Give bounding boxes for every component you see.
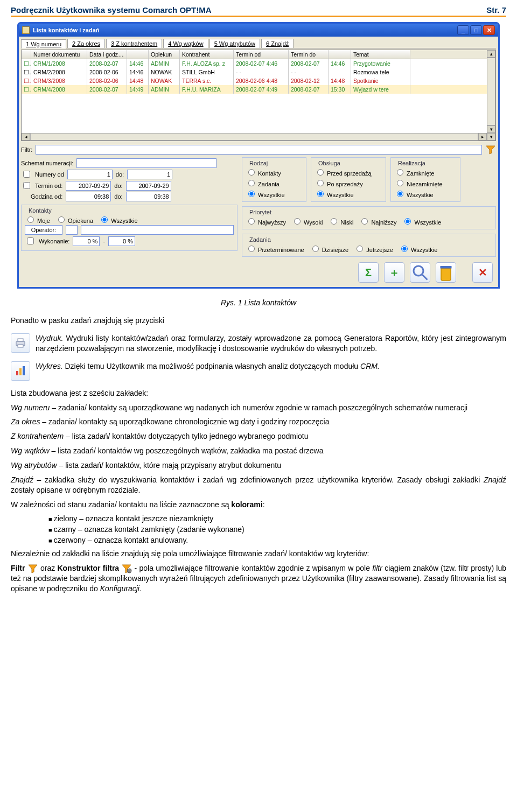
time-to[interactable] xyxy=(126,192,171,201)
doc-title: Podręcznik Użytkownika systemu Comarch O… xyxy=(11,5,212,15)
paragraph: Filtr oraz Konstruktor filtra - pola umo… xyxy=(11,563,506,594)
svg-rect-8 xyxy=(23,366,25,375)
search-button[interactable] xyxy=(410,262,430,283)
tab-wg-watkow[interactable]: 4 Wg wątków xyxy=(163,39,208,48)
paragraph: Za okres – zadania/ kontakty są uporządk… xyxy=(11,417,506,427)
operator-button[interactable]: Operator: xyxy=(25,225,62,235)
numery-checkbox[interactable] xyxy=(23,171,30,178)
num-to[interactable] xyxy=(127,170,172,179)
schema-label: Schemat numeracji: xyxy=(21,160,73,166)
zadania-group: Zadania xyxy=(248,236,273,243)
zad-przeterm[interactable] xyxy=(248,246,255,252)
grid-body: ☐CRM/1/20082008-02-0714:46ADMINF.H. ALOZ… xyxy=(22,59,495,133)
printer-icon xyxy=(11,333,30,353)
data-grid[interactable]: Numer dokumentu Data i godzina Opiekun K… xyxy=(21,50,496,141)
svg-rect-4 xyxy=(18,339,23,341)
tab-znajdz[interactable]: 6 Znajdź xyxy=(261,39,294,48)
wykonanie-checkbox[interactable] xyxy=(27,237,34,244)
kontakty-group: Kontakty xyxy=(27,207,53,214)
time-from[interactable] xyxy=(66,192,111,201)
svg-point-0 xyxy=(414,266,423,276)
pri-wysoki[interactable] xyxy=(294,218,301,225)
funnel-icon[interactable] xyxy=(485,144,496,155)
realizacja-wszystkie[interactable] xyxy=(397,191,403,197)
schema-combo[interactable] xyxy=(76,158,216,168)
page-number: Str. 7 xyxy=(486,5,506,15)
rodzaj-kontakty[interactable] xyxy=(248,169,255,176)
realizacja-group: Realizacja xyxy=(396,160,427,166)
operator-value[interactable] xyxy=(81,225,234,235)
color-list: zielony – oznacza kontakt jeszcze niezam… xyxy=(11,514,506,544)
maximize-button[interactable]: □ xyxy=(470,25,482,35)
tabs-row: 1 Wg numeru 2 Za okres 3 Z kontrahentem … xyxy=(21,39,496,48)
svg-rect-2 xyxy=(441,266,452,269)
paragraph: Wg atrybutów – lista zadań/ kontaktów, k… xyxy=(11,460,506,471)
priorytet-group: Priorytet xyxy=(248,209,273,215)
tab-za-okres[interactable]: 2 Za okres xyxy=(67,39,105,48)
realizacja-zamkniete[interactable] xyxy=(397,169,403,176)
grid-header: Numer dokumentu Data i godzina Opiekun K… xyxy=(22,50,495,59)
pri-najnizszy[interactable] xyxy=(361,218,368,225)
paragraph: Lista zbudowana jest z sześciu zakładek: xyxy=(11,388,506,398)
zad-jutrzejsze[interactable] xyxy=(357,246,363,252)
pri-niski[interactable] xyxy=(331,218,337,225)
figure-caption: Rys. 1 Lista kontaktów xyxy=(11,298,506,307)
zad-wszystkie[interactable] xyxy=(401,246,408,252)
h-scrollbar[interactable]: ◂▸▾ xyxy=(22,133,495,141)
chart-icon xyxy=(11,361,30,381)
header-rule xyxy=(11,16,506,17)
paragraph: Z kontrahentem – lista zadań/ kontaktów … xyxy=(11,431,506,442)
tab-wg-atrybutow[interactable]: 5 Wg atrybutów xyxy=(209,39,260,48)
paragraph: Wg numeru – zadania/ kontakty są uporząd… xyxy=(11,403,506,413)
filter-input[interactable] xyxy=(36,145,482,155)
kontakty-wszystkie[interactable] xyxy=(101,216,108,223)
termin-checkbox[interactable] xyxy=(23,182,30,189)
num-from[interactable] xyxy=(67,170,113,179)
kontakty-moje[interactable] xyxy=(27,216,34,223)
table-row[interactable]: ☐CRM/2/20082008-02-0614:46NOWAKSTILL Gmb… xyxy=(22,68,495,76)
v-scrollbar[interactable]: ▴▾ xyxy=(487,50,495,133)
add-button[interactable]: ＋ xyxy=(384,262,404,283)
wyk-to[interactable] xyxy=(108,236,135,246)
date-to[interactable] xyxy=(126,181,171,191)
table-row[interactable]: ☐CRM/3/20082008-02-0614:48NOWAKTERRA s.c… xyxy=(22,76,495,85)
pri-wszystkie[interactable] xyxy=(404,218,411,225)
date-from[interactable] xyxy=(66,181,111,191)
rodzaj-zadania[interactable] xyxy=(248,180,255,186)
delete-button[interactable]: ✕ xyxy=(472,262,493,283)
titlebar: Lista kontaktów i zadań _ □ ✕ xyxy=(19,24,498,37)
list-item: czerwony – oznacza kontakt anulowany. xyxy=(48,536,506,544)
table-row[interactable]: ☐CRM/4/20082008-02-0714:49ADMINF.H.U. MA… xyxy=(22,85,495,94)
paragraph: Wg wątków – lista zadań/ kontaktów wg po… xyxy=(11,446,506,456)
wykres-paragraph: Wykres. Dzięki temu Użytkownik ma możliw… xyxy=(36,361,380,372)
table-row[interactable]: ☐CRM/1/20082008-02-0714:46ADMINF.H. ALOZ… xyxy=(22,59,495,68)
trash-button[interactable] xyxy=(436,262,456,283)
paragraph: W zależności od stanu zadania/ kontaktu … xyxy=(11,500,506,510)
list-item: zielony – oznacza kontakt jeszcze niezam… xyxy=(48,514,506,523)
rodzaj-group: Rodzaj xyxy=(248,160,269,166)
obsluga-po[interactable] xyxy=(317,180,324,186)
funnel-icon xyxy=(27,563,38,573)
operator-picker[interactable] xyxy=(66,225,78,235)
tab-wg-numeru[interactable]: 1 Wg numeru xyxy=(21,39,66,48)
filter-label: Filtr: xyxy=(21,146,32,153)
kontakty-opiekuna[interactable] xyxy=(58,216,65,223)
sum-button[interactable]: Σ xyxy=(358,262,379,283)
svg-rect-6 xyxy=(16,371,18,375)
realizacja-niezamkniete[interactable] xyxy=(397,180,403,186)
tab-z-kontrahentem[interactable]: 3 Z kontrahentem xyxy=(106,39,162,48)
obsluga-przed[interactable] xyxy=(317,169,324,176)
close-button[interactable]: ✕ xyxy=(483,25,495,35)
rodzaj-wszystkie[interactable] xyxy=(248,191,255,197)
svg-point-9 xyxy=(127,569,131,573)
obsluga-wszystkie[interactable] xyxy=(317,191,324,197)
zad-dzisiejsze[interactable] xyxy=(312,246,319,252)
wyk-from[interactable] xyxy=(73,236,100,246)
paragraph: Znajdź – zakładka służy do wyszukiwania … xyxy=(11,475,506,495)
minimize-button[interactable]: _ xyxy=(457,25,469,35)
pri-najwyzszy[interactable] xyxy=(248,218,255,225)
list-item: czarny – oznacza kontakt zamknięty (zada… xyxy=(48,525,506,534)
paragraph: Niezależnie od zakładki na liście znajdu… xyxy=(11,549,506,559)
window-icon xyxy=(22,26,30,34)
svg-rect-7 xyxy=(19,368,22,375)
